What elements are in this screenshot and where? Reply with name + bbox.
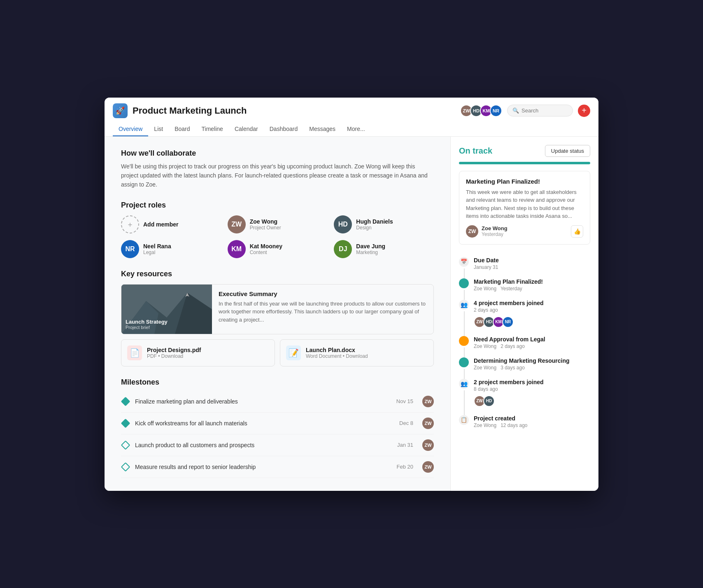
titlebar: 🚀 Product Marketing Launch ZW HD KM NR 🔍… (105, 98, 598, 137)
role-info-zoe: Zoe Wong Project Owner (250, 218, 281, 231)
title-left: 🚀 Product Marketing Launch (113, 103, 247, 118)
role-name-neel: Neel Rana (143, 243, 171, 250)
avatar[interactable]: NR (490, 105, 502, 117)
update-status-button[interactable]: Update status (545, 145, 590, 157)
role-avatar-neel: NR (121, 240, 139, 258)
timeline-item-2-members: 👥 2 project members joined 8 days ago ZW… (459, 379, 590, 407)
collaborate-title: How we'll collaborate (121, 149, 434, 158)
milestones-section: Milestones Finalize marketing plan and d… (121, 378, 434, 478)
card-author: ZW Zoe Wong Yesterday (466, 225, 507, 238)
project-title: Product Marketing Launch (133, 105, 247, 116)
resource-card-title: Executive Summary (219, 290, 427, 297)
file-meta-docx: Word Document • Download (306, 353, 368, 359)
file-meta-pdf: PDF • Download (147, 353, 201, 359)
timeline-meta-created: Zoe Wong 12 days ago (474, 422, 590, 428)
timeline-content-due-date: Due Date January 31 (474, 257, 590, 270)
milestone-icon-4 (121, 462, 130, 471)
app-window: 🚀 Product Marketing Launch ZW HD KM NR 🔍… (105, 98, 598, 491)
milestone-avatar-2: ZW (422, 418, 434, 429)
role-name-dave: Dave Jung (356, 243, 385, 250)
timeline-title-4-members: 4 project members joined (474, 300, 590, 306)
timeline-content-created: Project created Zoe Wong 12 days ago (474, 415, 590, 428)
main-layout: How we'll collaborate We'll be using thi… (105, 137, 598, 491)
milestone-2: Kick off workstreams for all launch mate… (121, 413, 434, 434)
tab-dashboard[interactable]: Dashboard (264, 122, 304, 136)
timeline-dot-orange (459, 336, 469, 346)
milestone-icon-3 (121, 441, 130, 450)
roles-title: Project roles (121, 201, 434, 210)
docx-icon: 📝 (286, 345, 301, 360)
role-label-zoe: Project Owner (250, 225, 281, 231)
author-name: Zoe Wong (482, 225, 507, 231)
tab-messages[interactable]: Messages (303, 122, 341, 136)
milestone-avatar-1: ZW (422, 396, 434, 407)
role-name-zoe: Zoe Wong (250, 218, 281, 225)
right-panel: On track Update status Marketing Plan Fi… (450, 137, 598, 491)
tab-timeline[interactable]: Timeline (196, 122, 229, 136)
card-author-info: Zoe Wong Yesterday (482, 225, 507, 237)
tab-overview[interactable]: Overview (113, 122, 148, 136)
timeline-dot-members-2: 👥 (459, 379, 469, 389)
milestone-date-3: Jan 31 (397, 442, 413, 448)
resource-desc: Executive Summary In the first half of t… (212, 285, 433, 334)
role-avatar-zoe: ZW (228, 215, 246, 233)
project-roles-section: Project roles ＋ Add member ZW Zoe Wong P… (121, 201, 434, 258)
left-panel: How we'll collaborate We'll be using thi… (105, 137, 450, 491)
resource-image-text: Launch Strategy Project brief (126, 319, 168, 330)
role-info-hugh: Hugh Daniels Design (356, 218, 393, 231)
status-card-desc: This week we were able to get all stakeh… (466, 188, 583, 220)
tab-list[interactable]: List (148, 122, 169, 136)
role-info-kat: Kat Mooney Content (250, 243, 282, 255)
milestone-text-3: Launch product to all customers and pros… (135, 442, 392, 448)
timeline-item-resourcing: Determining Marketing Resourcing Zoe Won… (459, 357, 590, 371)
resource-image-title: Launch Strategy (126, 319, 168, 325)
milestone-text-1: Finalize marketing plan and deliverables (135, 398, 391, 405)
role-label-kat: Content (250, 250, 282, 255)
tl-avatar-hd-2: HD (483, 395, 495, 407)
resource-card-large[interactable]: Launch Strategy Project brief Executive … (121, 284, 434, 334)
role-info-dave: Dave Jung Marketing (356, 243, 385, 255)
role-avatar-kat: KM (228, 240, 246, 258)
timeline-meta-approval: Zoe Wong 2 days ago (474, 343, 590, 349)
timeline-dot-teal-2 (459, 357, 469, 367)
tab-more[interactable]: More... (341, 122, 371, 136)
milestone-date-4: Feb 20 (397, 464, 413, 470)
search-input[interactable] (521, 107, 568, 114)
role-label-neel: Legal (143, 250, 171, 255)
like-button[interactable]: 👍 (571, 225, 583, 238)
add-button[interactable]: + (578, 105, 590, 117)
role-name-hugh: Hugh Daniels (356, 218, 393, 225)
activity-timeline: 📅 Due Date January 31 Marketing Plan Fin… (459, 253, 590, 428)
role-card-dave: DJ Dave Jung Marketing (334, 240, 434, 258)
file-card-pdf[interactable]: 📄 Project Designs.pdf PDF • Download (121, 339, 275, 366)
key-resources-section: Key resources Launch Strategy (121, 270, 434, 366)
diamond-outline-icon-4 (121, 462, 130, 471)
milestone-avatar-4: ZW (422, 461, 434, 473)
milestone-text-4: Measure results and report to senior lea… (135, 464, 392, 470)
timeline-title-approval: Need Approval from Legal (474, 336, 590, 343)
timeline-title-marketing-plan: Marketing Plan Finalized! (474, 278, 590, 285)
role-avatar-hugh: HD (334, 215, 352, 233)
timeline-title-created: Project created (474, 415, 590, 422)
search-box[interactable]: 🔍 (507, 105, 573, 117)
tab-board[interactable]: Board (169, 122, 196, 136)
milestone-4: Measure results and report to senior lea… (121, 456, 434, 478)
timeline-dot-teal-1 (459, 278, 469, 288)
tab-calendar[interactable]: Calendar (229, 122, 264, 136)
timeline-meta-due-date: January 31 (474, 264, 590, 270)
milestone-icon-1 (121, 397, 130, 406)
timeline-avatars-4-members: ZW HD KM NR (474, 316, 590, 328)
timeline-content-approval: Need Approval from Legal Zoe Wong 2 days… (474, 336, 590, 349)
add-member-label: Add member (143, 221, 179, 228)
timeline-content-4-members: 4 project members joined 2 days ago ZW H… (474, 300, 590, 328)
role-card-zoe: ZW Zoe Wong Project Owner (228, 215, 328, 233)
resource-files: 📄 Project Designs.pdf PDF • Download 📝 L… (121, 339, 434, 366)
timeline-meta-4-members: 2 days ago (474, 307, 590, 313)
milestone-text-2: Kick off workstreams for all launch mate… (135, 420, 394, 427)
add-member-card[interactable]: ＋ Add member (121, 215, 221, 233)
timeline-dot-calendar: 📅 (459, 257, 469, 267)
status-card-title: Marketing Plan Finalized! (466, 178, 583, 185)
file-card-docx[interactable]: 📝 Launch Plan.docx Word Document • Downl… (280, 339, 434, 366)
resource-image-sub: Project brief (126, 325, 168, 330)
timeline-meta-resourcing: Zoe Wong 3 days ago (474, 365, 590, 371)
